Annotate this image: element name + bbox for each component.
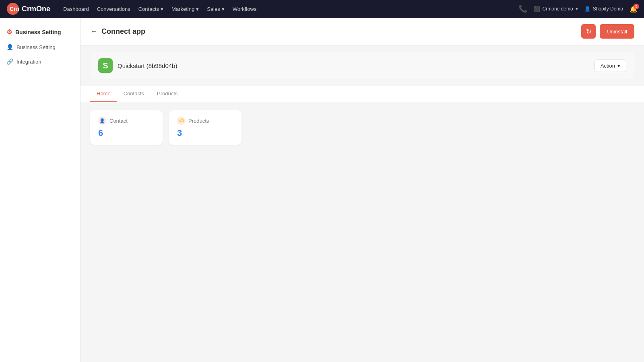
contact-icon: 👤 [98,117,106,125]
shopify-icon: S [98,58,113,73]
product-icon: 🏷 [177,117,185,125]
shopify-user-menu[interactable]: 👤 Shopify Demo [584,6,623,12]
stat-label-contact: 👤 Contact [98,117,155,125]
crm-user-menu[interactable]: ⬛ Crmone demo ▾ [534,6,578,12]
integration-icon: 🔗 [6,58,13,65]
header-actions: ↻ Uninstall [581,24,634,39]
app-name: Quickstart (8b98d04b) [118,62,177,69]
app-info: S Quickstart (8b98d04b) [98,58,177,73]
logo[interactable]: Crm CrmOne [6,2,50,15]
page-title-area: ← Connect app [90,27,145,36]
stat-value-products: 3 [177,128,233,138]
nav-sales[interactable]: Sales ▾ [207,6,225,12]
sidebar-title: ⚙ Business Setting [0,24,80,40]
tab-home[interactable]: Home [90,86,117,102]
tab-products[interactable]: Products [151,86,184,102]
stat-card-contact: 👤 Contact 6 [90,110,163,145]
notification-count: 5 [634,4,639,9]
nav-right: 📞 ⬛ Crmone demo ▾ 👤 Shopify Demo 🔔 5 [518,4,638,13]
chevron-down-icon: ▾ [576,6,578,12]
nav-conversations[interactable]: Conversations [97,6,130,12]
tabs-area: Home Contacts Products [80,86,644,102]
main-content: ← Connect app ↻ Uninstall S Quickstart (… [80,18,644,362]
sidebar: ⚙ Business Setting 👤 Business Setting 🔗 … [0,18,80,362]
gear-icon: ⚙ [6,28,12,36]
stat-card-products: 🏷 Products 3 [169,110,242,145]
nav-workflows[interactable]: Workflows [233,6,257,12]
stat-value-contact: 6 [98,128,155,138]
back-button[interactable]: ← [90,27,97,36]
page-header: ← Connect app ↻ Uninstall [80,18,644,45]
nav-contacts[interactable]: Contacts ▾ [138,6,163,12]
uninstall-button[interactable]: Uninstall [600,24,634,39]
sidebar-item-integration[interactable]: 🔗 Integration [0,54,80,69]
action-button[interactable]: Action ▾ [594,60,626,72]
chevron-down-icon: ▾ [617,63,620,69]
chevron-down-icon: ▾ [196,6,199,12]
tabs: Home Contacts Products [90,86,634,102]
nav-marketing[interactable]: Marketing ▾ [171,6,199,12]
app-card: S Quickstart (8b98d04b) Action ▾ [90,52,634,79]
person-icon: 👤 [6,44,13,50]
phone-icon[interactable]: 📞 [518,4,527,13]
nav-dashboard[interactable]: Dashboard [63,6,89,12]
sidebar-item-business-setting[interactable]: 👤 Business Setting [0,40,80,54]
chevron-down-icon: ▾ [161,6,163,12]
stat-label-products: 🏷 Products [177,117,233,125]
stats-grid: 👤 Contact 6 🏷 Products 3 [80,102,644,153]
tab-contacts[interactable]: Contacts [117,86,151,102]
person-icon: 👤 [584,6,590,12]
page-title: Connect app [101,27,145,36]
refresh-button[interactable]: ↻ [581,24,596,39]
notification-bell[interactable]: 🔔 5 [630,5,638,13]
chevron-down-icon: ▾ [222,6,225,12]
svg-text:Crm: Crm [10,6,19,12]
nav-links: Dashboard Conversations Contacts ▾ Marke… [63,6,509,12]
top-navigation: Crm CrmOne Dashboard Conversations Conta… [0,0,644,18]
